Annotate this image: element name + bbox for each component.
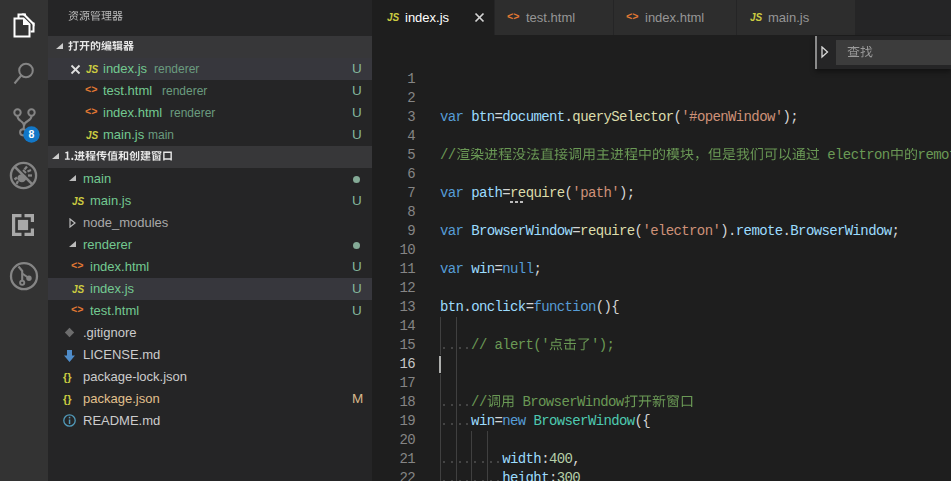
svg-text:8: 8 xyxy=(29,128,35,140)
